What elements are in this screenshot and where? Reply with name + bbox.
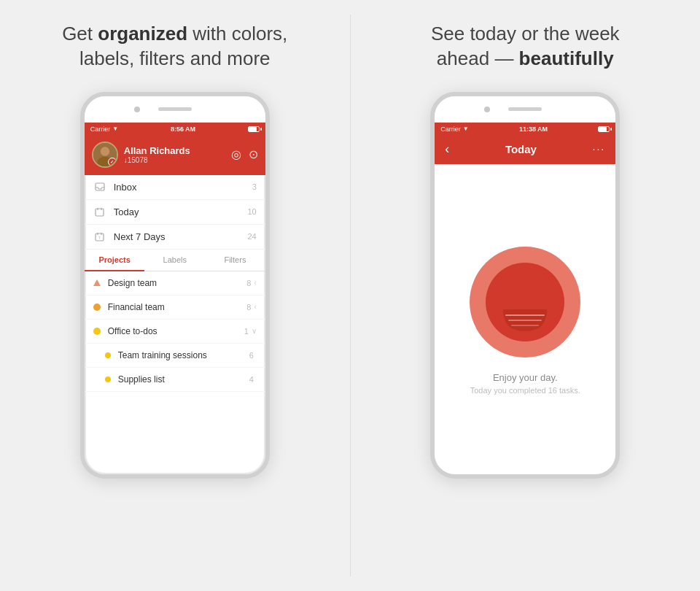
back-button[interactable]: ‹ (445, 142, 449, 157)
today-message: Enjoy your day. Today you completed 16 t… (470, 372, 580, 395)
today-title: Today (505, 143, 537, 155)
carrier-label: Carrier (90, 125, 111, 133)
today-label: Today (114, 206, 248, 217)
today-count: 10 (248, 207, 257, 216)
financial-team-count: 8 (246, 303, 251, 312)
right-phone: Carrier ▼ 11:38 AM ‹ Today ··· (430, 92, 620, 479)
header-row: ✓ Allan Richards ↓15078 ◎ ⊙ (92, 142, 258, 168)
signal-area: Carrier ▼ (90, 125, 118, 133)
carrier-label-right: Carrier (440, 125, 461, 133)
user-text: Allan Richards ↓15078 (124, 145, 190, 164)
project-supplies[interactable]: Supplies list 4 (85, 368, 265, 392)
app-header: ✓ Allan Richards ↓15078 ◎ ⊙ (85, 136, 265, 175)
today-illustration (467, 244, 583, 360)
inbox-count: 3 (252, 182, 257, 191)
design-team-label: Design team (108, 278, 247, 288)
phone-speaker (158, 107, 192, 111)
office-todos-count: 1 (244, 327, 249, 336)
supplies-label: Supplies list (118, 374, 249, 385)
nav-inbox[interactable]: Inbox 3 (85, 175, 265, 200)
avatar-badge: ✓ (108, 158, 117, 166)
today-content: Enjoy your day. Today you completed 16 t… (435, 164, 615, 474)
left-phone: Carrier ▼ 8:56 AM (80, 92, 270, 479)
today-header: ‹ Today ··· (435, 136, 615, 164)
office-todos-expand: ∨ (252, 327, 257, 335)
svg-text:7: 7 (98, 236, 101, 240)
today-main-message: Enjoy your day. (470, 372, 580, 383)
nav-today[interactable]: Today 10 (85, 200, 265, 225)
training-label: Team training sessions (118, 350, 249, 360)
project-design-team[interactable]: Design team 8 ‹ (85, 271, 265, 296)
user-karma: ↓15078 (124, 156, 190, 164)
phone-chrome-top-right (435, 96, 615, 123)
right-panel: See today or the weekahead — beautifully… (351, 0, 701, 591)
battery-icon-right (598, 126, 610, 132)
left-panel: Get organized with colors,labels, filter… (0, 0, 350, 591)
next7-label: Next 7 Days (114, 231, 248, 242)
phone-speaker-right (508, 107, 542, 111)
battery-fill (249, 127, 257, 131)
financial-team-chevron: ‹ (254, 303, 256, 311)
avatar: ✓ (92, 142, 118, 168)
tab-projects[interactable]: Projects (85, 250, 145, 271)
project-list: Design team 8 ‹ Financial team 8 ‹ Offic… (85, 271, 265, 474)
tabs-bar: Projects Labels Filters (85, 250, 265, 271)
design-team-icon (93, 279, 101, 286)
next7-count: 24 (248, 232, 257, 241)
today-circle-svg (467, 244, 583, 360)
header-icons: ◎ ⊙ (231, 147, 258, 161)
battery-icon (248, 126, 260, 132)
inbox-icon (93, 182, 106, 191)
more-button[interactable]: ··· (593, 143, 606, 155)
tab-filters[interactable]: Filters (205, 250, 265, 271)
status-bar-right: Carrier ▼ 11:38 AM (435, 123, 615, 136)
svg-rect-4 (96, 209, 104, 216)
financial-team-icon (93, 304, 101, 311)
nav-next7[interactable]: 7 Next 7 Days 24 (85, 225, 265, 250)
battery-fill-right (599, 127, 607, 131)
settings-icon[interactable]: ⊙ (249, 147, 258, 161)
project-financial-team[interactable]: Financial team 8 ‹ (85, 296, 265, 320)
phone-camera (134, 107, 140, 112)
notification-icon[interactable]: ◎ (231, 147, 241, 161)
project-training[interactable]: Team training sessions 6 (85, 344, 265, 368)
tab-labels[interactable]: Labels (144, 250, 205, 271)
supplies-icon (105, 376, 111, 382)
design-team-count: 8 (246, 279, 251, 287)
time-right: 11:38 AM (519, 125, 548, 133)
signal-area-right: Carrier ▼ (440, 125, 468, 133)
nav-list: Inbox 3 Today 10 (85, 175, 265, 250)
training-count: 6 (249, 351, 254, 360)
wifi-icon-right: ▼ (463, 125, 469, 132)
phone-camera-right (484, 107, 490, 112)
svg-point-1 (101, 147, 109, 155)
design-team-chevron: ‹ (254, 279, 256, 287)
today-sub-message: Today you completed 16 tasks. (470, 386, 580, 395)
next7-icon: 7 (93, 232, 106, 242)
phone-chrome-top (85, 96, 265, 123)
office-todos-icon (93, 328, 101, 335)
right-headline: See today or the weekahead — beautifully (431, 22, 620, 72)
user-info: ✓ Allan Richards ↓15078 (92, 142, 190, 168)
inbox-label: Inbox (114, 182, 252, 193)
user-name: Allan Richards (124, 145, 190, 156)
time-left: 8:56 AM (171, 125, 195, 133)
left-headline: Get organized with colors,labels, filter… (62, 22, 287, 72)
today-icon (93, 207, 106, 217)
financial-team-label: Financial team (108, 302, 247, 312)
status-bar-left: Carrier ▼ 8:56 AM (85, 123, 265, 136)
training-icon (105, 352, 111, 358)
supplies-count: 4 (249, 375, 254, 384)
wifi-icon: ▼ (112, 125, 118, 132)
project-office-todos[interactable]: Office to-dos 1 ∨ (85, 320, 265, 344)
office-todos-label: Office to-dos (108, 326, 244, 336)
